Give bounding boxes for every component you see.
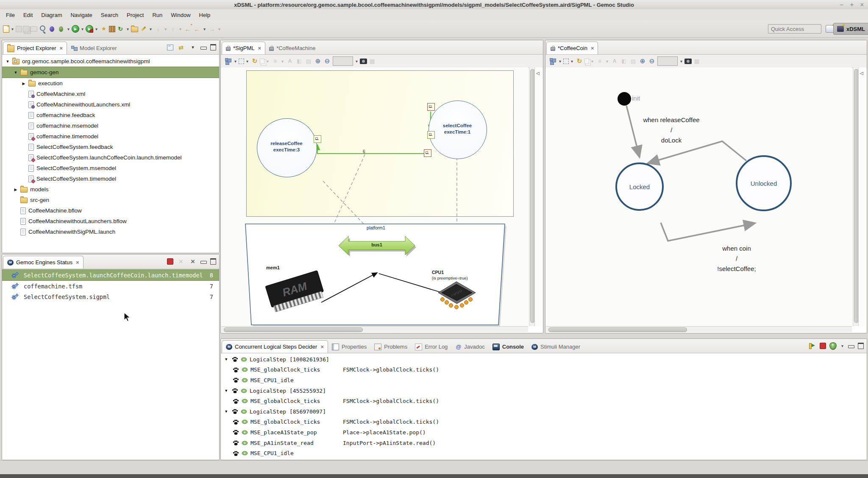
dropdown-icon[interactable] xyxy=(94,24,99,34)
tree-item[interactable]: coffemachine.feedback xyxy=(2,110,219,120)
view-tab[interactable]: Gemoc Engines Status × xyxy=(3,256,83,268)
maximize-window-icon[interactable]: + xyxy=(850,1,854,8)
horizontal-scrollbar[interactable] xyxy=(221,326,528,332)
view-tab[interactable]: Project Explorer × xyxy=(3,42,67,54)
dropdown-icon[interactable] xyxy=(125,24,130,34)
panel-tab[interactable]: Problems xyxy=(370,341,411,353)
minimize-icon[interactable] xyxy=(848,345,854,348)
state-unlocked[interactable]: Unlocked xyxy=(736,155,792,211)
new-launch-config-icon[interactable] xyxy=(100,24,108,34)
expander-icon[interactable]: ▼ xyxy=(225,409,229,414)
font-icon[interactable] xyxy=(286,56,294,66)
logical-step-row[interactable]: MSE_globalClock_ticks FSMClock->globalCl… xyxy=(221,365,867,375)
panel-tab[interactable]: Properties xyxy=(328,341,370,353)
expander-icon[interactable]: ▶ xyxy=(22,81,26,86)
grid-icon[interactable] xyxy=(368,56,376,66)
style-icon[interactable] xyxy=(295,56,303,66)
close-icon[interactable]: × xyxy=(320,344,324,350)
logical-step-row[interactable]: MSE_pA1inState_read InputPort->pA1inStat… xyxy=(221,438,867,448)
coffeecoin-canvas[interactable]: init when releaseCoffee/doLock Locked Un… xyxy=(546,67,852,327)
collapse-all-icon[interactable] xyxy=(167,45,173,50)
print-icon[interactable] xyxy=(30,26,37,32)
external-tools-icon[interactable] xyxy=(57,24,65,34)
dropdown-icon[interactable] xyxy=(217,24,222,34)
menu-item[interactable]: Run xyxy=(148,10,167,20)
quick-access-input[interactable] xyxy=(768,24,821,34)
zoom-out-icon[interactable] xyxy=(648,56,656,66)
tree-item[interactable]: SelectCoffeeSystem.timemodel xyxy=(2,173,219,184)
copy-icon[interactable] xyxy=(260,59,264,64)
expander-icon[interactable]: ▼ xyxy=(225,389,229,393)
stop-engine-icon[interactable] xyxy=(167,258,173,265)
logical-step-row[interactable]: MSE_CPU1_idle xyxy=(221,375,867,386)
minimize-icon[interactable] xyxy=(200,261,207,264)
logical-step-row[interactable]: MSE_globalClock_ticks FSMClock->globalCl… xyxy=(221,396,867,406)
shield-icon[interactable] xyxy=(829,342,837,350)
maximize-icon[interactable] xyxy=(210,44,216,50)
style-icon[interactable] xyxy=(620,56,628,66)
highlight-icon[interactable] xyxy=(139,24,147,34)
menu-item[interactable]: Window xyxy=(167,10,195,20)
perspective-xdsml-button[interactable]: xDSML xyxy=(833,23,868,35)
logical-step-row[interactable]: MSE_globalClock_ticks FSMClock->globalCl… xyxy=(221,417,867,428)
panel-tab[interactable]: Error Log xyxy=(411,341,451,353)
tree-item[interactable]: ▼ org.gemoc.sample.bcool.coffeemachinewi… xyxy=(2,56,219,67)
refresh-icon[interactable] xyxy=(250,56,259,66)
tree-item[interactable]: coffemachine.timemodel xyxy=(2,131,219,142)
marquee-select-icon[interactable] xyxy=(239,59,244,64)
logical-step-row[interactable]: MSE_placeA1State_pop Place->placeA1State… xyxy=(221,427,867,438)
logical-step-row[interactable]: MSE_CPU1_idle xyxy=(221,448,867,458)
dropdown-icon[interactable] xyxy=(178,24,183,34)
view-tab[interactable]: Model Explorer xyxy=(67,42,120,54)
panel-tab[interactable]: Console xyxy=(489,341,528,353)
menu-item[interactable]: File xyxy=(2,10,19,20)
tree-item[interactable]: ▼ gemoc-gen xyxy=(2,67,219,78)
stop-icon[interactable] xyxy=(820,343,826,349)
tree-item[interactable]: CoffeeMachine.xml xyxy=(2,89,219,99)
expander-icon[interactable]: ▼ xyxy=(225,357,229,361)
menu-item[interactable]: Project xyxy=(122,10,148,20)
palette-collapsed-strip[interactable] xyxy=(858,67,866,326)
close-icon[interactable]: × xyxy=(591,45,594,51)
expander-icon[interactable]: ▼ xyxy=(6,59,10,64)
run-icon[interactable] xyxy=(72,25,79,33)
vertical-scrollbar[interactable] xyxy=(529,67,535,326)
editor-tab[interactable]: *SigPML × xyxy=(222,42,265,54)
step-icon[interactable] xyxy=(809,341,816,351)
tree-item[interactable]: SelectCoffeeSystem.launchCoffeeCoin.laun… xyxy=(2,152,219,163)
close-icon[interactable]: × xyxy=(258,45,262,51)
initial-state-dot[interactable] xyxy=(618,92,631,106)
panel-tab[interactable]: Javadoc xyxy=(451,341,488,353)
tree-item[interactable]: coffemachine.msemodel xyxy=(2,120,219,131)
close-icon[interactable]: × xyxy=(76,259,79,266)
zoom-in-icon[interactable] xyxy=(314,56,322,66)
sigpml-canvas[interactable]: RAM ∩∪∪∪ releaseCoffee execTime:3 xyxy=(221,67,528,327)
dropdown-icon[interactable] xyxy=(148,24,153,34)
engine-row[interactable]: coffemachine.tfsm 7 xyxy=(2,281,219,291)
dropdown-icon[interactable] xyxy=(840,341,845,351)
dropdown-icon[interactable] xyxy=(558,56,562,66)
logical-step-row[interactable]: ▼ LogicalStep [1008261936] xyxy=(221,354,867,365)
minimize-icon[interactable] xyxy=(200,47,207,50)
close-window-icon[interactable]: × xyxy=(860,1,864,8)
zoom-level-box[interactable] xyxy=(657,56,678,66)
panel-tab[interactable]: Stimuli Manager xyxy=(528,341,584,353)
dispose-engine-icon[interactable] xyxy=(177,257,185,266)
view-menu-icon[interactable] xyxy=(189,43,197,52)
dropdown-icon[interactable] xyxy=(605,56,609,66)
menu-item[interactable]: Diagram xyxy=(37,10,66,20)
run-last-icon[interactable] xyxy=(86,25,93,33)
tree-item[interactable]: CoffeeMachinewithoutLaunchers.xml xyxy=(2,99,219,110)
engine-row[interactable]: SelectCoffeeSystem.launchCoffeeCoin.laun… xyxy=(2,269,219,281)
engine-row[interactable]: SelectCoffeeSystem.sigpml 7 xyxy=(2,291,219,302)
output-port[interactable] xyxy=(424,149,431,157)
back-icon[interactable] xyxy=(193,24,201,34)
forward-icon[interactable] xyxy=(208,24,216,34)
dropdown-icon[interactable] xyxy=(80,24,85,34)
copy-icon[interactable] xyxy=(584,59,589,64)
open-resource-icon[interactable] xyxy=(131,27,138,32)
save-all-icon[interactable] xyxy=(23,26,29,32)
tree-item[interactable]: CoffeeMachinewithSigPML.launch xyxy=(2,226,219,237)
layout-icon[interactable] xyxy=(548,56,557,66)
paste-icon[interactable] xyxy=(629,56,637,66)
